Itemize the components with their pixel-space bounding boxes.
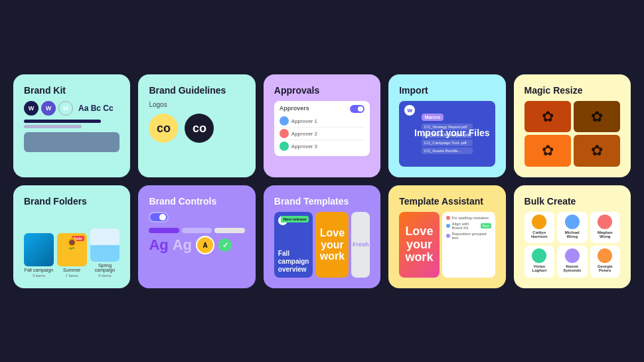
- brand-controls-card[interactable]: Brand Controls Ag Ag A ✓: [138, 185, 255, 288]
- bc2-cell-1: Caitlyn Harrison: [524, 212, 554, 243]
- folder-count-3: 5 items: [98, 274, 111, 278]
- approver-avatar-1: [280, 116, 289, 126]
- brand-templates-card[interactable]: Brand Templates W New release Fall campa…: [264, 185, 380, 288]
- folder-thumb-2: Sale: [57, 233, 87, 266]
- bc2-cell-5: Naomi Symonds: [557, 246, 587, 277]
- magic-resize-card[interactable]: Magic Resize ✿ ✿ ✿ ✿: [514, 74, 631, 177]
- bt-item1-title: Fall campaign overview: [278, 250, 309, 274]
- folder-count-1: 3 items: [33, 274, 45, 278]
- bk-icon-3: W: [58, 101, 73, 116]
- bt-preview: W New release Fall campaign overview Lov…: [274, 212, 370, 277]
- approval-row-3: Approver 3: [280, 140, 364, 152]
- bk-icon-2: W: [41, 101, 56, 116]
- import-title-text: Import your Files: [414, 129, 490, 139]
- magic-flower-3: ✿: [542, 142, 554, 159]
- brand-kit-icons: W W W Aa Bc Cc: [24, 101, 120, 116]
- brand-guidelines-logos: co co: [149, 114, 244, 143]
- ta-main: Love your work: [399, 212, 439, 277]
- bc2-avatar-4: [532, 248, 546, 263]
- ta-sidebar: Fix spelling mistakes Align with Brand K…: [442, 212, 495, 277]
- approver-avatar-2: [280, 129, 289, 138]
- bk-bar-light: [24, 125, 82, 128]
- template-assistant-title: Template Assistant: [399, 196, 495, 207]
- import-file-3: CO_Campaign Tool..pdf: [422, 139, 473, 146]
- bt-badge: New release: [281, 216, 309, 223]
- bc2-name-5: Naomi Symonds: [560, 264, 584, 272]
- import-logo: W: [404, 105, 415, 116]
- brand-guidelines-card[interactable]: Brand Guidelines Logos co co: [138, 74, 255, 177]
- brand-folders-card[interactable]: Brand Folders Fall campaign 3 items Sale…: [13, 185, 130, 288]
- magic-flower-4: ✿: [591, 142, 603, 159]
- approvals-card[interactable]: Approvals Approvers Approver 1 Approver …: [264, 74, 380, 177]
- bc2-avatar-5: [565, 248, 580, 263]
- bc2-avatar-6: [598, 248, 612, 263]
- bulk-create-title: Bulk Create: [524, 196, 620, 207]
- import-card[interactable]: Import W Marcro CO_Strategy Report.pdf C…: [388, 74, 505, 177]
- approvals-header: Approvers: [280, 105, 364, 113]
- folder-label-2: Summer: [63, 268, 80, 272]
- magic-cell-1: ✿: [524, 101, 571, 132]
- brand-guidelines-title: Brand Guidelines: [149, 85, 244, 96]
- ta-check-2: Align with Brand Kit New: [446, 222, 491, 230]
- approvals-toggle[interactable]: [350, 105, 364, 113]
- ta-badge-new: New: [481, 223, 491, 228]
- bk-bar-dark: [24, 120, 101, 123]
- ta-dot-3: [446, 234, 450, 238]
- bc-ag-purple: Ag: [149, 236, 168, 254]
- bk-icon-1: W: [24, 101, 39, 116]
- approver-avatar-3: [280, 141, 289, 151]
- magic-flower-2: ✿: [591, 108, 603, 126]
- import-title: Import: [399, 85, 495, 96]
- brand-templates-title: Brand Templates: [274, 196, 370, 207]
- ta-check-1: Fix spelling mistakes: [446, 216, 491, 220]
- folder-item-3: Spring campaign 5 items: [90, 228, 120, 278]
- magic-cell-2: ✿: [574, 101, 620, 132]
- approval-row-1: Approver 1: [280, 115, 364, 128]
- brand-folders-title: Brand Folders: [24, 196, 120, 207]
- bc-bottom-row: Ag Ag A ✓: [149, 236, 244, 254]
- bc-check: ✓: [218, 238, 232, 252]
- bk-text-sample: Aa Bc Cc: [78, 104, 114, 113]
- approvals-title: Approvals: [274, 85, 370, 96]
- bc2-name-4: Vivian Laghari: [527, 264, 552, 272]
- import-file-4: CO_Assets Bundle...: [422, 147, 473, 154]
- bg-logo-dark: co: [185, 114, 214, 143]
- ta-text-2: Align with Brand Kit: [452, 222, 479, 230]
- folder-label-1: Fall campaign: [25, 268, 54, 272]
- bc-toggle-row: [149, 212, 244, 223]
- folder-thumb-3: [90, 228, 120, 262]
- ta-dot-1: [446, 216, 450, 220]
- bc2-name-2: Michael Wong: [560, 230, 584, 238]
- main-grid: Brand Kit W W W Aa Bc Cc Brand Guideline…: [0, 61, 644, 302]
- bc-bar-row-1: [149, 228, 244, 233]
- ta-text-1: Fix spelling mistakes: [452, 216, 491, 220]
- bt-item-1: W New release Fall campaign overview: [274, 212, 313, 277]
- ta-preview: Love your work Fix spelling mistakes Ali…: [399, 212, 495, 277]
- approvals-box: Approvers Approver 1 Approver 2 Approver…: [274, 101, 370, 156]
- bk-photo: [24, 132, 120, 152]
- bc2-avatar-2: [565, 215, 580, 229]
- bc2-avatar-1: [532, 215, 546, 229]
- import-badge: Marcro: [422, 114, 443, 121]
- bc2-name-6: Georgie Peters: [593, 264, 617, 272]
- bc-toggle[interactable]: [149, 212, 169, 223]
- bc2-name-3: Meghan Wong: [593, 230, 617, 238]
- bc-bar-purple: [149, 228, 179, 233]
- folder-thumb-1: [24, 233, 54, 266]
- brand-controls-title: Brand Controls: [149, 196, 244, 207]
- magic-resize-grid: ✿ ✿ ✿ ✿: [524, 101, 620, 166]
- brand-kit-card[interactable]: Brand Kit W W W Aa Bc Cc: [13, 74, 130, 177]
- bc2-grid: Caitlyn Harrison Michael Wong Meghan Won…: [524, 212, 620, 277]
- bc2-name-1: Caitlyn Harrison: [527, 230, 552, 238]
- folder-label-3: Spring campaign: [90, 263, 120, 272]
- bc-bar-gray: [214, 228, 244, 233]
- bg-logo-yellow: co: [149, 114, 178, 143]
- bc-bar-light: [182, 228, 212, 233]
- bulk-create-card[interactable]: Bulk Create Caitlyn Harrison Michael Won…: [514, 185, 631, 288]
- folder-item-2: Sale Summer 7 items: [57, 233, 87, 278]
- ta-text-3: Reposition grouped text: [452, 232, 491, 240]
- magic-flower-1: ✿: [542, 108, 554, 126]
- bt-item3-text: Fresh: [353, 241, 369, 248]
- folder-item-1: Fall campaign 3 items: [24, 233, 54, 278]
- template-assistant-card[interactable]: Template Assistant Love your work Fix sp…: [388, 185, 505, 288]
